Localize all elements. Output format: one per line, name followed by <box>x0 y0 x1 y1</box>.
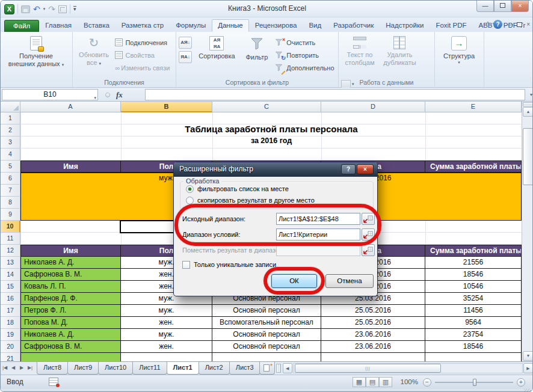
page-break-view-icon[interactable]: ▥ <box>379 377 392 387</box>
cell-position-row17[interactable]: Основной персонал <box>212 305 321 317</box>
last-sheet-icon[interactable]: ▶| <box>26 362 34 375</box>
source-range-picker-button[interactable] <box>362 213 375 225</box>
table-header-salary[interactable]: Сумма заработной платы <box>425 245 522 257</box>
row-header-7[interactable]: 7 <box>1 185 20 197</box>
row-header-15[interactable]: 15 <box>1 281 20 293</box>
cell-salary-row15[interactable]: 10546 <box>425 281 522 293</box>
cell-salary-row14[interactable]: 18546 <box>425 269 522 281</box>
tab-review[interactable]: Рецензирова <box>249 19 303 32</box>
expand-formula-bar-icon[interactable]: ▾ <box>530 92 532 97</box>
resize-grip[interactable] <box>524 389 531 392</box>
remove-duplicates-button[interactable]: Удалитьдубликаты <box>381 34 418 78</box>
tab-addins[interactable]: Надстройки <box>380 19 430 32</box>
cell-salary-row20[interactable]: 18546 <box>425 341 522 353</box>
horizontal-scroll-thumb[interactable]: ||| <box>295 364 441 373</box>
cell-gender-row17[interactable]: муж. <box>121 305 212 317</box>
vertical-scrollbar[interactable]: ▲ ▼ <box>522 102 533 361</box>
sheet-tab-Лист2[interactable]: Лист2 <box>199 362 230 375</box>
row-header-6[interactable]: 6 <box>1 173 20 185</box>
cell-gender-row19[interactable]: муж. <box>121 329 212 341</box>
sheet-tab-Лист10[interactable]: Лист10 <box>98 362 133 375</box>
cell-salary-row19[interactable]: 23754 <box>425 329 522 341</box>
cell-row21[interactable] <box>425 353 522 361</box>
sheet-tab-Лист9[interactable]: Лист9 <box>67 362 99 375</box>
cell-name-row14[interactable]: Сафронова В. М. <box>20 269 121 281</box>
cell-name-row15[interactable]: Коваль Л. П. <box>20 281 121 293</box>
radio-copy-to-location[interactable] <box>186 197 194 204</box>
row-header-16[interactable]: 16 <box>1 293 20 305</box>
row-header-14[interactable]: 14 <box>1 269 20 281</box>
tab-file[interactable]: Файл <box>4 20 39 32</box>
horizontal-scrollbar[interactable]: ||| <box>293 363 523 373</box>
radio-copy-to-location-label[interactable]: скопировать результат в другое место <box>197 197 315 204</box>
cell-row21[interactable] <box>321 353 425 361</box>
row-header-2[interactable]: 2 <box>1 124 20 136</box>
cell-salary-row16[interactable]: 35254 <box>425 293 522 305</box>
collapse-ribbon-icon[interactable]: ^ <box>486 21 489 28</box>
close-button[interactable]: × <box>511 1 529 12</box>
row-header-9[interactable]: 9 <box>1 209 20 221</box>
row-header-11[interactable]: 11 <box>1 233 20 245</box>
cell-name-row16[interactable]: Парфенов Д. Ф. <box>20 293 121 305</box>
connections-button[interactable]: Подключения <box>115 36 170 49</box>
cell-date-row20[interactable]: 23.06.2016 <box>321 341 425 353</box>
scroll-left-icon[interactable]: ◀ <box>283 363 292 373</box>
restore-button[interactable] <box>494 1 511 12</box>
cell-position-row18[interactable]: Вспомогательный персонал <box>212 317 321 329</box>
sheet-title[interactable]: Таблица заработной платы персонала <box>121 124 422 136</box>
row-header-13[interactable]: 13 <box>1 257 20 269</box>
tab-data[interactable]: Данные <box>212 19 249 32</box>
reapply-button[interactable]: ↻ Повторить <box>274 49 334 61</box>
insert-function-icon[interactable]: fx <box>116 90 123 100</box>
page-layout-view-icon[interactable]: ▤ <box>366 377 379 387</box>
cell-salary-row18[interactable]: 9564 <box>425 317 522 329</box>
minimize-button[interactable]: — <box>476 1 494 12</box>
name-box[interactable]: B10▾ <box>2 89 98 100</box>
cell-position-row19[interactable]: Основной персонал <box>212 329 321 341</box>
cancel-button[interactable]: Отмена <box>325 274 374 288</box>
first-sheet-icon[interactable]: |◀ <box>1 362 9 375</box>
refresh-all-button[interactable]: ↻ Обновить все ▾ <box>75 34 112 78</box>
workbook-restore-icon[interactable] <box>517 22 522 27</box>
outline-button[interactable]: → Структура ▾ <box>437 34 481 78</box>
vertical-split-handle[interactable] <box>523 102 533 106</box>
cell-name-row19[interactable]: Николаев А. Д. <box>20 329 121 341</box>
row-header-4[interactable]: 4 <box>1 149 20 161</box>
row-header-17[interactable]: 17 <box>1 305 20 317</box>
vertical-scroll-thumb[interactable] <box>523 128 533 185</box>
next-sheet-icon[interactable]: ▶ <box>17 362 26 375</box>
cell-salary-row17[interactable]: 11456 <box>425 305 522 317</box>
source-range-input[interactable] <box>276 213 360 225</box>
tab-split-handle[interactable] <box>276 364 281 373</box>
row-header-5[interactable]: 5 <box>1 161 20 173</box>
dialog-help-button[interactable]: ? <box>341 164 356 174</box>
text-to-columns-button[interactable]: Текст постолбцам <box>341 34 378 78</box>
column-header-D[interactable]: D <box>321 102 425 112</box>
sort-za-icon[interactable]: ЯА↓ <box>179 51 192 63</box>
scroll-right-icon[interactable]: ▶ <box>523 363 533 373</box>
column-header-A[interactable]: A <box>20 102 121 112</box>
cell-date-row17[interactable]: 25.05.2016 <box>321 305 425 317</box>
tab-home[interactable]: Главная <box>39 19 78 32</box>
filter-button[interactable]: Фильтр <box>242 34 272 78</box>
tab-insert[interactable]: Вставка <box>78 19 116 32</box>
unique-records-checkbox[interactable] <box>182 261 190 269</box>
insert-worksheet-button[interactable]: * <box>259 362 275 375</box>
dialog-close-button[interactable]: × <box>357 164 374 174</box>
ok-button[interactable]: ОК <box>271 274 317 288</box>
row-header-10[interactable]: 10 <box>1 221 20 233</box>
column-header-C[interactable]: C <box>212 102 321 112</box>
radio-filter-in-place[interactable] <box>186 185 194 193</box>
row-header-21[interactable]: 21 <box>1 353 20 361</box>
row-header-19[interactable]: 19 <box>1 329 20 341</box>
cell-gender-row18[interactable]: жен. <box>121 317 212 329</box>
zoom-out-icon[interactable]: − <box>423 378 431 387</box>
scroll-up-icon[interactable]: ▲ <box>523 107 533 117</box>
edit-links-button[interactable]: ∞Изменить связи <box>115 61 170 74</box>
workbook-close-icon[interactable]: × <box>526 21 530 28</box>
sheet-tab-Лист11[interactable]: Лист11 <box>132 362 167 375</box>
cell-position-row20[interactable]: Основной персонал <box>212 341 321 353</box>
cell-name-row17[interactable]: Петров Ф. Л. <box>20 305 121 317</box>
sort-button[interactable]: АЯ ЯА Сортировка <box>194 34 239 78</box>
select-all-corner[interactable] <box>1 102 20 112</box>
